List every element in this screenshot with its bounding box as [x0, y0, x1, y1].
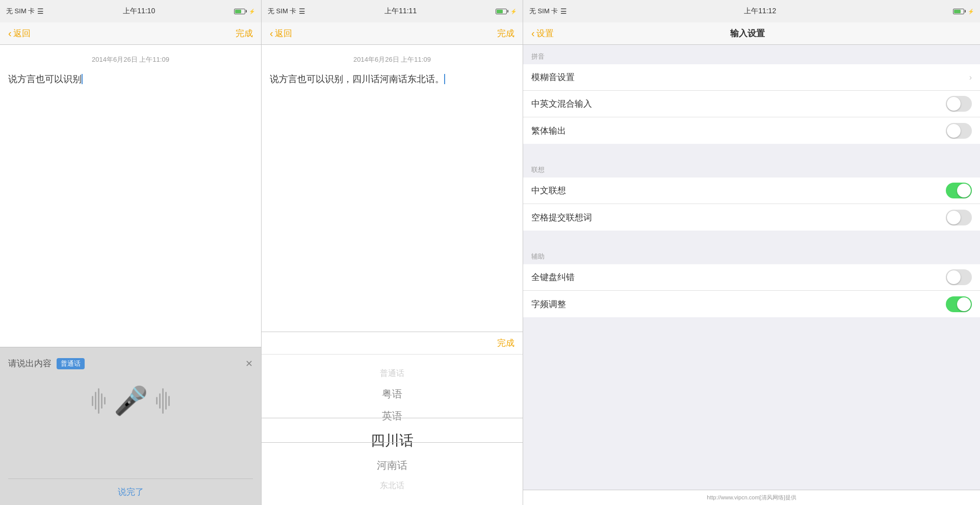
- timestamp-1: 2014年6月26日 上午11:09: [8, 55, 253, 64]
- panel-notes-voice: 无 SIM 卡 ☰ 上午11:10 ⚡ ‹ 返回 完成 2014年6月26日 上…: [0, 0, 262, 505]
- wave-bar: [156, 397, 158, 405]
- battery-fill-1: [235, 10, 241, 13]
- settings-list: 拼音 模糊音设置 › 中英文混合输入 繁体输出: [523, 45, 980, 490]
- status-left-3: 无 SIM 卡 ☰: [529, 7, 567, 16]
- toggle-traditional[interactable]: [946, 123, 972, 139]
- note-text-2[interactable]: 说方言也可以识别，四川话河南话东北话。: [270, 72, 514, 86]
- wave-bar: [101, 393, 102, 409]
- chevron-right-icon-muzzy: ›: [969, 73, 972, 82]
- sim-label-3: 无 SIM 卡: [529, 7, 558, 16]
- setting-right-fullkbd: [946, 269, 972, 285]
- battery-1: [234, 9, 245, 14]
- setting-label-mixed: 中英文混合输入: [531, 98, 592, 110]
- time-1: 上午11:10: [123, 7, 155, 16]
- setting-right-muzzy: ›: [969, 73, 972, 82]
- battery-3: [953, 9, 964, 14]
- toggle-fullkbd[interactable]: [946, 269, 972, 285]
- back-chevron-2: ‹: [270, 28, 273, 39]
- wave-bar: [104, 397, 106, 405]
- settings-row-muzzy[interactable]: 模糊音设置 ›: [523, 64, 980, 91]
- status-right-1: ⚡: [234, 9, 255, 14]
- microphone-icon[interactable]: 🎤: [114, 385, 148, 417]
- note-text-1[interactable]: 说方言也可以识别: [8, 72, 253, 86]
- picker-line-bottom: [262, 442, 523, 443]
- picker-scroll[interactable]: 普通话 粤语 英语 四川话 河南话 东北话: [262, 355, 523, 505]
- timestamp-2: 2014年6月26日 上午11:09: [270, 55, 514, 64]
- setting-label-space-submit: 空格提交联想词: [531, 212, 592, 223]
- nav-bar-3: ‹ 设置 输入设置: [523, 22, 980, 45]
- done-button-2[interactable]: 完成: [497, 28, 514, 39]
- language-picker: 完成 普通话 粤语 英语 四川话 河南话 东北话: [262, 332, 523, 505]
- status-bar-2: 无 SIM 卡 ☰ 上午11:11 ⚡: [262, 0, 523, 22]
- lang-item-putonghua[interactable]: 普通话: [262, 364, 523, 383]
- wifi-icon-1: ☰: [37, 7, 44, 15]
- wave-bar: [159, 393, 161, 409]
- battery-body-3: [953, 9, 964, 14]
- settings-row-fullkbd[interactable]: 全键盘纠错: [523, 264, 980, 291]
- lightning-2: ⚡: [510, 9, 517, 14]
- status-bar-3: 无 SIM 卡 ☰ 上午11:12 ⚡: [523, 0, 980, 22]
- setting-right-zh-predict: [946, 183, 972, 198]
- settings-group-predict: 中文联想 空格提交联想词: [523, 178, 980, 231]
- waveform-right: [156, 388, 170, 414]
- wifi-icon-2: ☰: [299, 7, 305, 15]
- picker-done-button[interactable]: 完成: [497, 337, 514, 349]
- setting-label-zh-predict: 中文联想: [531, 185, 566, 196]
- voice-lang-badge[interactable]: 普通话: [57, 358, 85, 369]
- footer-url: http://www.vipcn.com[清风网络]提供: [707, 494, 796, 501]
- lang-item-sichuan[interactable]: 四川话: [262, 427, 523, 454]
- back-chevron-3: ‹: [531, 28, 535, 39]
- toggle-zh-predict[interactable]: [946, 183, 972, 198]
- lang-item-cantonese[interactable]: 粤语: [262, 383, 523, 405]
- toggle-thumb-mixed: [947, 97, 961, 111]
- time-2: 上午11:11: [384, 7, 417, 16]
- lightning-3: ⚡: [968, 9, 974, 14]
- voice-header: 请说出内容 普通话 ✕: [8, 358, 253, 369]
- battery-body-2: [496, 9, 507, 14]
- setting-right-mixed: [946, 96, 972, 112]
- battery-2: [496, 9, 507, 14]
- toggle-mixed[interactable]: [946, 96, 972, 112]
- picker-line-top: [262, 418, 523, 418]
- setting-label-traditional: 繁体输出: [531, 125, 566, 137]
- toggle-thumb-zh-predict: [957, 184, 971, 197]
- settings-group-pinyin: 模糊音设置 › 中英文混合输入 繁体输出: [523, 64, 980, 144]
- voice-mic-area: 🎤: [92, 385, 170, 417]
- setting-right-space-submit: [946, 210, 972, 225]
- section-gap-2: [523, 231, 980, 245]
- picker-header: 完成: [262, 332, 523, 355]
- text-cursor-2: [444, 74, 445, 84]
- toggle-freq[interactable]: [946, 296, 972, 312]
- nav-bar-2: ‹ 返回 完成: [262, 22, 523, 45]
- wave-bar: [95, 392, 96, 410]
- lang-item-english[interactable]: 英语: [262, 405, 523, 427]
- back-button-1[interactable]: ‹ 返回: [8, 28, 31, 39]
- back-label-2: 返回: [275, 28, 292, 39]
- voice-close-button[interactable]: ✕: [245, 358, 253, 369]
- back-label-1: 返回: [13, 28, 31, 39]
- toggle-thumb-traditional: [947, 124, 961, 138]
- voice-done-button[interactable]: 说完了: [8, 479, 253, 505]
- setting-right-traditional: [946, 123, 972, 139]
- back-button-2[interactable]: ‹ 返回: [270, 28, 292, 39]
- setting-right-freq: [946, 296, 972, 312]
- settings-row-zh-predict[interactable]: 中文联想: [523, 178, 980, 204]
- battery-body-1: [234, 9, 245, 14]
- settings-row-mixed[interactable]: 中英文混合输入: [523, 91, 980, 117]
- lang-item-henan[interactable]: 河南话: [262, 454, 523, 476]
- done-button-1[interactable]: 完成: [236, 28, 253, 39]
- wave-bar: [168, 396, 170, 406]
- settings-row-freq[interactable]: 字频调整: [523, 291, 980, 317]
- lang-item-dongbei[interactable]: 东北话: [262, 476, 523, 495]
- panel-settings: 无 SIM 卡 ☰ 上午11:12 ⚡ ‹ 设置 输入设置 拼音 模糊音设置: [523, 0, 980, 505]
- status-right-3: ⚡: [953, 9, 974, 14]
- time-3: 上午11:12: [744, 7, 776, 16]
- settings-row-space-submit[interactable]: 空格提交联想词: [523, 204, 980, 231]
- back-button-3[interactable]: ‹ 设置: [531, 28, 554, 39]
- voice-label: 请说出内容: [8, 358, 51, 369]
- sim-label-2: 无 SIM 卡: [268, 7, 296, 16]
- settings-row-traditional[interactable]: 繁体输出: [523, 117, 980, 144]
- section-header-pinyin: 拼音: [523, 45, 980, 64]
- toggle-space-submit[interactable]: [946, 210, 972, 225]
- section-header-predict: 联想: [523, 158, 980, 178]
